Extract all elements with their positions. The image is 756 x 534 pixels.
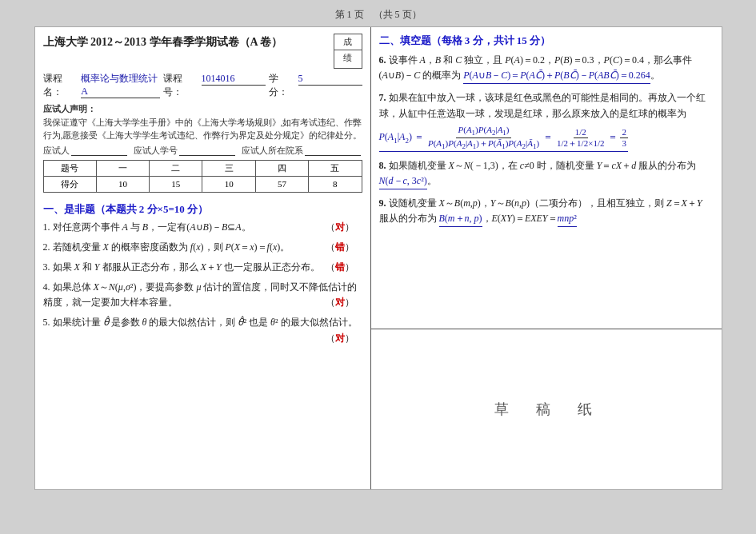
rp9-answer2: mnp² <box>558 211 577 227</box>
page-wrapper: 第 1 页 （共 5 页） 上海大学 2012～2013 学年春季学期试卷（A … <box>0 0 756 534</box>
credits-value: 5 <box>298 73 362 86</box>
section1-heading: 一、是非题（本题共 2 分×5=10 分） <box>43 202 362 217</box>
sig-name: 应试人 <box>43 145 127 157</box>
problem-3-text: 3. 如果 X 和 Y 都服从正态分布，那么 X＋Y 也一定服从正态分布。 （错… <box>43 260 362 275</box>
exam-paper: 上海大学 2012～2013 学年春季学期试卷（A 卷） 成 绩 课程名： 概率… <box>34 26 722 490</box>
sig-dept: 应试人所在院系 <box>242 145 361 157</box>
rp7-num: 7. <box>379 92 386 103</box>
course-line: 课程名： 概率论与数理统计 A 课程号： 1014016 学分： 5 <box>43 72 362 99</box>
table-header-3: 三 <box>202 160 255 176</box>
sig-name-label: 应试人 <box>43 145 70 157</box>
p5-num: 5. <box>43 317 50 328</box>
left-column: 上海大学 2012～2013 学年春季学期试卷（A 卷） 成 绩 课程名： 概率… <box>35 27 371 489</box>
p3-num: 3. <box>43 261 50 273</box>
rp8-answer: N(d－c, 3c²) <box>379 173 427 189</box>
problem-3: 3. 如果 X 和 Y 都服从正态分布，那么 X＋Y 也一定服从正态分布。 （错… <box>43 260 362 275</box>
sig-id-label: 应试人学号 <box>134 145 178 157</box>
page-num-text: 第 1 页 <box>335 9 364 20</box>
header-area: 上海大学 2012～2013 学年春季学期试卷（A 卷） 成 绩 <box>43 34 362 69</box>
table-header-5: 五 <box>309 160 362 176</box>
course-no-label: 课程号： <box>163 72 198 99</box>
rp6-answer: P(A∪B－C)＝P(AC̄)＋P(BC̄)－P(ABC̄)＝0.264 <box>463 68 650 84</box>
draft-paper-area: 草 稿 纸 <box>371 329 722 489</box>
score-1: 10 <box>96 176 149 192</box>
score-table: 题号 一 二 三 四 五 得分 10 15 10 57 8 <box>43 160 362 193</box>
problem-4-text: 4. 如果总体 X～N(μ,σ²)，要提高参数 μ 估计的置信度，同时又不降低估… <box>43 280 362 310</box>
score-box-bottom: 绩 <box>334 50 362 66</box>
rp9-answer1: B(m＋n, p) <box>439 211 482 227</box>
score-4: 57 <box>255 176 308 192</box>
score-box-top: 成 <box>334 34 362 50</box>
rp6-num: 6. <box>379 54 386 66</box>
rp8-num: 8. <box>379 160 386 171</box>
exam-title: 上海大学 2012～2013 学年春季学期试卷（A 卷） <box>43 34 330 50</box>
right-column: 二、填空题（每格 3 分，共计 15 分） 6. 设事件 A，B 和 C 独立，… <box>371 27 722 489</box>
table-row-label: 得分 <box>43 176 96 192</box>
score-2: 15 <box>150 176 202 192</box>
rp9-num: 9. <box>379 197 386 209</box>
p4-num: 4. <box>43 281 50 293</box>
table-header-num: 题号 <box>43 160 96 176</box>
sig-dept-label: 应试人所在院系 <box>242 145 303 157</box>
table-header-4: 四 <box>255 160 308 176</box>
problem-4: 4. 如果总体 X～N(μ,σ²)，要提高参数 μ 估计的置信度，同时又不降低估… <box>43 280 362 310</box>
p2-answer: 错 <box>335 241 345 253</box>
right-top: 二、填空题（每格 3 分，共计 15 分） 6. 设事件 A，B 和 C 独立，… <box>371 27 722 329</box>
p4-answer: 对 <box>335 297 345 308</box>
table-header-2: 二 <box>150 160 202 176</box>
problem-5: 5. 如果统计量 θ̂ 是参数 θ 的最大似然估计，则 θ̂² 也是 θ² 的最… <box>43 315 362 345</box>
signature-line: 应试人 应试人学号 应试人所在院系 <box>43 145 362 157</box>
page-total-text: （共 5 页） <box>374 9 422 20</box>
problem-1-text: 1. 对任意两个事件 A 与 B，一定有(A∪B)－B⊆A。 （对） <box>43 220 362 235</box>
draft-paper-label: 草 稿 纸 <box>494 400 598 419</box>
sig-id: 应试人学号 <box>134 145 235 157</box>
p2-num: 2. <box>43 241 50 253</box>
score-3: 10 <box>202 176 255 192</box>
r-problem-7: 7. 如果在缸中放入一球，该球是红色或黑色的可能性是相同的。再放入一个红球，从缸… <box>379 90 714 151</box>
problem-2: 2. 若随机变量 X 的概率密度函数为 f(x)，则 P(X＝x)＝f(x)。 … <box>43 240 362 255</box>
problem-1: 1. 对任意两个事件 A 与 B，一定有(A∪B)－B⊆A。 （对） <box>43 220 362 235</box>
sig-id-field <box>179 145 235 156</box>
r-problem-6: 6. 设事件 A，B 和 C 独立，且 P(A)＝0.2，P(B)＝0.3，P(… <box>379 53 714 84</box>
r-problem-9: 9. 设随机变量 X～B(m,p)，Y～B(n,p)（二项分布），且相互独立，则… <box>379 196 714 227</box>
course-label: 课程名： <box>43 72 78 99</box>
p3-answer: 错 <box>335 261 345 273</box>
declaration-block: 应试人声明： 我保证遵守《上海大学学生手册》中的《上海大学考场规则》,如有考试违… <box>43 102 362 142</box>
page-number: 第 1 页 （共 5 页） <box>335 8 422 22</box>
score-5: 8 <box>309 176 362 192</box>
sig-dept-field <box>305 145 361 156</box>
sig-name-field <box>71 145 127 156</box>
credits-label: 学分： <box>269 72 295 99</box>
r-problem-8: 8. 如果随机变量 X～N(－1,3)，在 c≠0 时，随机变量 Y＝cX＋d … <box>379 158 714 189</box>
score-box: 成 绩 <box>334 34 362 69</box>
section2-heading: 二、填空题（每格 3 分，共计 15 分） <box>379 34 714 48</box>
problem-2-text: 2. 若随机变量 X 的概率密度函数为 f(x)，则 P(X＝x)＝f(x)。 … <box>43 240 362 255</box>
p1-num: 1. <box>43 221 50 233</box>
declaration-title: 应试人声明： <box>43 104 96 114</box>
course-no: 1014016 <box>202 73 266 86</box>
table-header-1: 一 <box>96 160 149 176</box>
p5-answer: 对 <box>335 333 345 344</box>
declaration-text: 我保证遵守《上海大学学生手册》中的《上海大学考场规则》,如有考试违纪、作弊行为,… <box>43 118 362 141</box>
p1-answer: 对 <box>335 221 345 233</box>
problem-5-text: 5. 如果统计量 θ̂ 是参数 θ 的最大似然估计，则 θ̂² 也是 θ² 的最… <box>43 315 362 330</box>
rp7-answer: P(A1|A2) ＝ P(A1)P(A2|A1) P(A1)P(A2|A1)＋P… <box>379 125 628 152</box>
course-name: 概率论与数理统计 A <box>81 72 159 98</box>
